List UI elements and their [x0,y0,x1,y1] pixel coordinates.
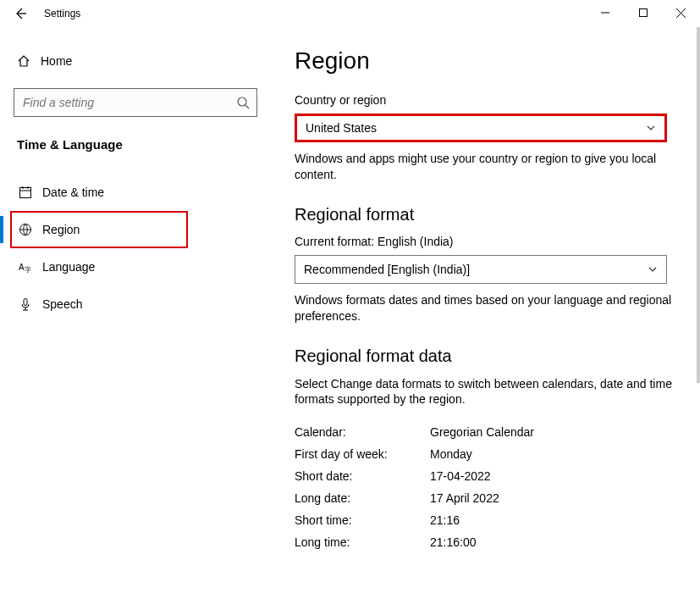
svg-point-4 [238,97,246,106]
minimize-button[interactable] [586,0,624,25]
kv-value: 21:16:00 [430,535,477,549]
current-format-label: Current format: English (India) [295,235,676,248]
country-label: Country or region [295,93,676,107]
nav-item-region[interactable]: Region [0,211,257,248]
country-value: United States [306,121,377,135]
nav-label: Language [42,260,95,274]
regional-format-data-heading: Regional format data [295,346,676,366]
svg-rect-1 [639,9,647,17]
format-dropdown[interactable]: Recommended [English (India)] [295,255,667,284]
page-title: Region [295,47,676,75]
nav-item-date-time[interactable]: Date & time [0,174,257,211]
kv-key: Calendar: [295,425,430,439]
format-data-table: Calendar: Gregorian Calendar First day o… [295,421,676,553]
calendar-icon [19,186,42,199]
scrollbar[interactable] [697,27,700,383]
table-row: Calendar: Gregorian Calendar [295,421,676,443]
language-icon: A字 [19,260,42,274]
window-title: Settings [44,8,80,19]
country-caption: Windows and apps might use your country … [295,151,675,183]
kv-key: Long date: [295,491,430,505]
nav-item-language[interactable]: A字 Language [0,248,257,285]
kv-key: First day of week: [295,447,430,461]
chevron-down-icon [646,123,656,133]
data-caption: Select Change data formats to switch bet… [295,376,675,408]
nav-label: Speech [42,297,82,311]
close-button[interactable] [662,0,700,25]
search-icon [236,96,250,109]
svg-text:A: A [19,263,25,272]
kv-key: Short date: [295,469,430,483]
nav-item-speech[interactable]: Speech [0,285,257,323]
home-nav[interactable]: Home [14,44,257,78]
nav-label: Date & time [42,186,104,199]
format-caption: Windows formats dates and times based on… [295,292,675,324]
table-row: Long date: 17 April 2022 [295,487,676,509]
kv-key: Short time: [295,513,430,527]
chevron-down-icon [648,264,658,274]
back-button[interactable] [8,2,32,25]
microphone-icon [19,297,42,311]
search-input[interactable] [14,89,223,116]
svg-rect-13 [24,299,27,306]
table-row: First day of week: Monday [295,443,676,465]
svg-text:字: 字 [25,266,31,274]
table-row: Long time: 21:16:00 [295,531,676,553]
kv-value: Gregorian Calendar [430,425,534,439]
kv-value: 17 April 2022 [430,491,499,505]
search-box[interactable] [14,88,257,117]
kv-value: 17-04-2022 [430,469,491,483]
table-row: Short time: 21:16 [295,509,676,531]
kv-value: Monday [430,447,472,461]
kv-key: Long time: [295,535,430,549]
maximize-button[interactable] [624,0,662,25]
category-header: Time & Language [14,137,257,152]
home-icon [17,54,41,68]
home-label: Home [41,54,72,68]
regional-format-heading: Regional format [295,205,676,224]
svg-line-5 [245,105,249,108]
format-value: Recommended [English (India)] [304,263,470,276]
svg-rect-6 [20,188,31,198]
highlight-annotation [10,211,188,248]
table-row: Short date: 17-04-2022 [295,465,676,487]
country-dropdown[interactable]: United States [295,114,667,142]
kv-value: 21:16 [430,513,460,527]
